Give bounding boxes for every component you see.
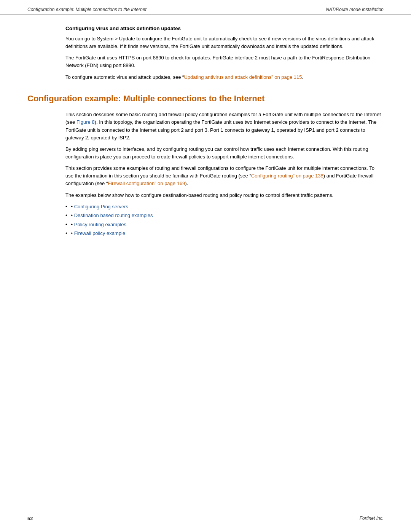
main-section-title: Configuration example: Multiple connecti…: [27, 93, 384, 104]
page: Configuration example: Multiple connecti…: [0, 0, 411, 532]
page-content: Configuring virus and attack definition …: [0, 15, 411, 237]
bullet-dot: •: [71, 203, 74, 211]
main-para4: The examples below show how to configure…: [65, 192, 384, 199]
list-item: • Destination based routing examples: [65, 212, 384, 219]
virus-para3: To configure automatic virus and attack …: [65, 73, 384, 81]
firewall-config-link[interactable]: Firewall configuration” on page 169: [108, 181, 185, 186]
sub-section-title: Configuring virus and attack definition …: [65, 26, 384, 31]
figure8-link[interactable]: Figure 8: [76, 119, 95, 125]
main-section-content: This section describes some basic routin…: [27, 111, 384, 237]
company-name: Fortinet Inc.: [360, 516, 384, 521]
header-left-text: Configuration example: Multiple connecti…: [27, 7, 147, 12]
main-para2: By adding ping servers to interfaces, an…: [65, 145, 384, 161]
bullet-dot: •: [71, 212, 74, 219]
main-para3-suffix: ).: [185, 181, 188, 186]
main-para3: This section provides some examples of r…: [65, 165, 384, 187]
bullet-dot: •: [71, 221, 74, 228]
bullet-list: • Configuring Ping servers • Destination…: [65, 203, 384, 237]
bullet-dot: •: [71, 230, 74, 237]
list-item: • Firewall policy example: [65, 230, 384, 237]
configuring-ping-link[interactable]: Configuring Ping servers: [74, 203, 128, 211]
header-right-text: NAT/Route mode installation: [326, 7, 384, 12]
firewall-policy-link[interactable]: Firewall policy example: [74, 230, 125, 237]
list-item: • Policy routing examples: [65, 221, 384, 228]
configuring-routing-link[interactable]: Configuring routing” on page 138: [251, 173, 323, 179]
policy-routing-link[interactable]: Policy routing examples: [74, 221, 126, 228]
sub-section-virus: Configuring virus and attack definition …: [27, 26, 384, 81]
virus-para1: You can go to System > Update to configu…: [65, 35, 384, 50]
main-para1-text: This section describes some basic routin…: [65, 112, 381, 140]
destination-routing-link[interactable]: Destination based routing examples: [74, 212, 153, 219]
page-header: Configuration example: Multiple connecti…: [0, 0, 411, 15]
list-item: • Configuring Ping servers: [65, 203, 384, 211]
main-para1: This section describes some basic routin…: [65, 111, 384, 142]
virus-para3-suffix: .: [302, 74, 304, 80]
virus-para3-prefix: To configure automatic virus and attack …: [65, 74, 184, 80]
page-number: 52: [27, 516, 33, 521]
virus-para2: The FortiGate unit uses HTTPS on port 88…: [65, 54, 384, 69]
virus-update-link[interactable]: Updating antivirus and attack definition…: [184, 74, 302, 80]
page-footer: 52 Fortinet Inc.: [0, 516, 411, 521]
